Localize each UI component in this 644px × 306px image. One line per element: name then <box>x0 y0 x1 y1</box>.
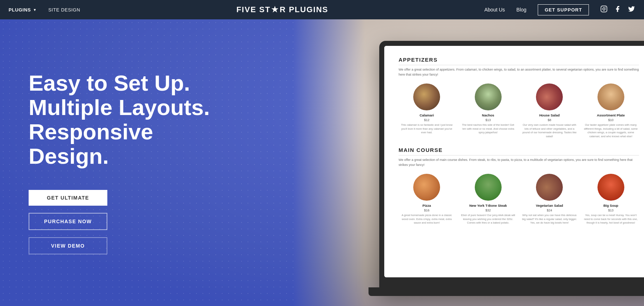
hero-section: Easy to Set Up. Multiple Layouts. Respon… <box>0 19 644 306</box>
instagram-icon[interactable] <box>600 5 608 14</box>
menu-item-veg-salad: Vegetarian Salad $24 Why not eat when yo… <box>521 174 578 225</box>
facebook-icon[interactable] <box>614 5 621 14</box>
laptop-base <box>369 287 644 296</box>
menu-item-soup: Big Soup $13 Yes, soup can be a meal! Hu… <box>583 174 639 225</box>
svg-point-2 <box>605 7 606 8</box>
main-course-divider <box>399 155 639 156</box>
chevron-down-icon: ▼ <box>33 8 37 12</box>
main-course-title: Main Course <box>399 147 639 153</box>
navbar: PLUGINS ▼ SITE DESIGN FIVE ST★R PLUGINS … <box>0 0 644 19</box>
calamari-price: $12 <box>424 118 429 122</box>
house-salad-desc: Our very own custom made house salad wit… <box>521 123 578 138</box>
nachos-name: Nachos <box>482 113 494 117</box>
main-course-desc: We offer a great selection of main cours… <box>399 158 639 167</box>
site-logo: FIVE ST★R PLUGINS <box>236 5 328 14</box>
veg-salad-image <box>536 174 563 201</box>
veg-salad-price: $24 <box>547 209 552 212</box>
appetizers-desc: We offer a great selection of appetizers… <box>399 67 639 77</box>
soup-name: Big Soup <box>603 204 618 207</box>
menu-item-nachos: Nachos $13 The best nachos this side of … <box>460 83 517 138</box>
pizza-price: $16 <box>424 209 429 212</box>
pizza-image <box>413 174 440 201</box>
nav-center: FIVE ST★R PLUGINS <box>80 5 484 14</box>
calamari-desc: This calamari is so fantastic and I just… <box>399 123 455 135</box>
menu-item-assortment: Assortment Plate $10 Our taster appetize… <box>583 83 639 138</box>
get-ultimate-button[interactable]: GET ULTIMATE <box>29 190 107 206</box>
assortment-name: Assortment Plate <box>597 113 625 117</box>
appetizers-section: Appetizers We offer a great selection of… <box>399 57 639 138</box>
logo-star: ★ <box>271 5 279 14</box>
hero-overlay-fade <box>293 19 365 306</box>
pizza-desc: A great homemade pizza done in a classic… <box>399 214 455 225</box>
calamari-name: Calamari <box>420 113 434 117</box>
appetizers-grid: Calamari $12 This calamari is so fantast… <box>399 83 639 138</box>
calamari-image <box>413 83 440 110</box>
soup-image <box>597 174 624 201</box>
social-links <box>600 5 635 14</box>
menu-item-pizza: Pizza $16 A great homemade pizza done in… <box>399 174 455 225</box>
plugins-label: PLUGINS <box>9 7 31 13</box>
steak-desc: Elixir of pure heaven! Our juicy AAA ste… <box>460 214 517 225</box>
house-salad-image <box>536 83 563 110</box>
nav-site-design-button[interactable]: SITE DESIGN <box>48 7 80 13</box>
twitter-icon[interactable] <box>628 5 635 14</box>
logo-part2: R PLUGINS <box>280 5 328 14</box>
appetizers-title: Appetizers <box>399 57 639 63</box>
nachos-desc: The best nachos this side of the border!… <box>460 123 517 135</box>
get-support-button[interactable]: GET SUPPORT <box>538 4 589 15</box>
soup-desc: Yes, soup can be a meal! Hurray. You won… <box>583 214 639 225</box>
steak-name: New York T-Bone Steak <box>469 204 507 207</box>
pizza-name: Pizza <box>423 204 431 207</box>
menu-item-house-salad: House Salad $8 Our very own custom made … <box>521 83 578 138</box>
soup-price: $13 <box>608 209 614 212</box>
assortment-image <box>597 83 624 110</box>
appetizers-divider <box>399 65 639 65</box>
blog-link[interactable]: Blog <box>516 7 526 13</box>
view-demo-button[interactable]: VIEW DEMO <box>29 237 107 254</box>
screen-content: Appetizers We offer a great selection of… <box>384 46 644 277</box>
laptop-mockup: Appetizers We offer a great selection of… <box>379 41 644 292</box>
steak-price: $32 <box>486 209 491 212</box>
house-salad-price: $8 <box>548 118 551 122</box>
house-salad-name: House Salad <box>539 113 560 117</box>
menu-item-steak: New York T-Bone Steak $32 Elixir of pure… <box>460 174 517 225</box>
veg-salad-name: Vegetarian Salad <box>536 204 563 207</box>
laptop-outer: Appetizers We offer a great selection of… <box>379 41 644 292</box>
menu-item-calamari: Calamari $12 This calamari is so fantast… <box>399 83 455 138</box>
laptop-screen: Appetizers We offer a great selection of… <box>384 46 644 277</box>
main-course-section: Main Course We offer a great selection o… <box>399 147 639 225</box>
nav-right: About Us Blog GET SUPPORT <box>484 4 635 15</box>
purchase-now-button[interactable]: PURCHASE NOW <box>29 213 107 230</box>
svg-rect-0 <box>601 6 607 12</box>
about-us-link[interactable]: About Us <box>484 7 505 13</box>
logo-part1: FIVE ST <box>236 5 270 14</box>
assortment-desc: Our taster appetizer plate comes with ma… <box>583 123 639 138</box>
assortment-price: $10 <box>608 118 614 122</box>
hero-buttons: GET ULTIMATE PURCHASE NOW VIEW DEMO <box>29 190 229 254</box>
hero-content: Easy to Set Up. Multiple Layouts. Respon… <box>0 19 258 306</box>
veg-salad-desc: Why not eat when you can have this delic… <box>521 214 578 225</box>
nav-left: PLUGINS ▼ SITE DESIGN <box>9 7 80 13</box>
steak-image <box>475 174 502 201</box>
main-course-grid: Pizza $16 A great homemade pizza done in… <box>399 174 639 225</box>
nachos-price: $13 <box>486 118 491 122</box>
nav-plugins-button[interactable]: PLUGINS ▼ <box>9 7 37 13</box>
hero-title: Easy to Set Up. Multiple Layouts. Respon… <box>29 71 229 169</box>
svg-point-1 <box>603 8 605 10</box>
nachos-image <box>475 83 502 110</box>
